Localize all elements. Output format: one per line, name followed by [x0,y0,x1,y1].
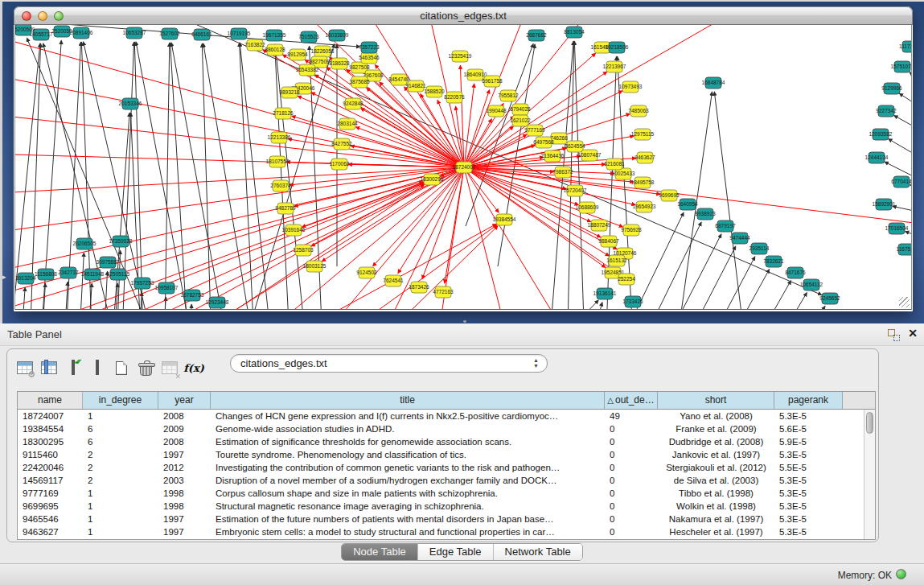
table-column-icon[interactable] [38,357,60,378]
network-node[interactable]: 7624541 [383,275,404,286]
network-node[interactable]: 6961758 [482,76,503,87]
vertical-scrollbar[interactable] [864,410,875,539]
network-node[interactable]: 9884067 [598,236,619,247]
network-node[interactable]: 8912954 [287,49,308,60]
network-node[interactable]: 15892901 [873,199,896,210]
network-node[interactable]: 18107554 [266,156,290,167]
network-node[interactable]: 9777169 [524,125,545,136]
network-node[interactable]: 10807487 [578,150,602,161]
select-all-icon[interactable] [62,357,84,378]
network-node[interactable]: 12505115 [107,269,130,280]
table-row[interactable]: 946362711997Embryonic stem cells: a mode… [18,525,875,538]
network-node[interactable]: 2935114 [749,243,770,254]
network-node[interactable]: 9756928 [621,225,642,236]
network-node[interactable]: 10653287 [123,27,146,39]
network-canvas[interactable]: 1872400718300295193845547163822886012889… [14,25,912,310]
network-node[interactable]: 5463546 [359,52,380,64]
network-node[interactable]: 8938923 [695,208,716,220]
network-node[interactable]: 1170062 [330,159,350,170]
network-node[interactable]: 9129966 [881,83,902,94]
network-node[interactable]: 4772163 [433,286,454,298]
network-node[interactable]: 7832621 [763,256,784,267]
network-node[interactable]: 15751074 [891,61,912,72]
new-document-icon[interactable] [110,357,133,378]
network-node[interactable]: 19218506 [606,42,629,53]
network-node[interactable]: 3875685 [349,76,370,88]
network-node[interactable]: 1258703 [293,245,314,256]
network-node[interactable]: 9245652 [819,293,840,304]
table-settings-icon[interactable]: ⚙ [14,357,36,378]
network-node[interactable]: 12923448 [206,297,229,308]
zoom-button[interactable] [54,11,64,21]
network-node[interactable]: 16033809 [326,30,349,41]
resize-grip-icon[interactable] [899,297,910,307]
network-node[interactable]: 9699695 [659,190,680,201]
column-header-in_degree[interactable]: in_degree [83,392,158,409]
network-node[interactable]: 2520050 [51,26,72,37]
network-node[interactable]: 9463627 [634,152,655,163]
network-node[interactable]: 16848784 [702,77,725,89]
network-node[interactable]: 7986372 [552,167,573,178]
network-node[interactable]: 7357223 [359,42,380,53]
network-node[interactable]: 17016504 [885,223,909,234]
network-node[interactable]: 10719195 [228,28,251,39]
network-node[interactable]: 15720407 [564,185,587,196]
column-header-pagerank[interactable]: pagerank [774,392,843,409]
network-node[interactable]: 7163822 [244,39,265,51]
network-node[interactable]: 1621022 [510,115,531,126]
network-node[interactable]: 11156808 [35,269,57,280]
network-node[interactable]: 252254 [618,274,635,285]
close-panel-icon[interactable]: ✕ [908,327,918,340]
table-row[interactable]: 1872400712008Changes of HCN gene express… [18,410,875,422]
network-node[interactable]: 9474444 [729,233,750,244]
table-selector-dropdown[interactable]: citations_edges.txt ▲▼ [230,354,548,373]
unselect-all-icon[interactable] [86,357,109,378]
network-node[interactable]: 7515523 [298,31,319,43]
tab-node-table[interactable]: Node Table [342,544,418,560]
network-node[interactable]: 6466161 [191,29,212,40]
network-node[interactable]: 12213967 [603,61,626,72]
network-node[interactable]: 9227342 [876,105,897,117]
tab-network-table[interactable]: Network Table [494,544,582,560]
tab-edge-table[interactable]: Edge Table [418,544,494,560]
network-node[interactable]: 8471676 [785,267,806,278]
network-node[interactable]: 2803144 [337,118,358,130]
table-row[interactable]: 969969511998Structural magnetic resonanc… [18,500,875,513]
network-node[interactable]: 1615132 [606,255,627,266]
float-panel-icon[interactable] [888,329,900,341]
network-node[interactable]: 1527602 [159,28,180,39]
close-button[interactable] [22,11,31,21]
network-node[interactable]: 1167533 [897,244,912,255]
network-node[interactable]: 9124502 [356,267,377,278]
network-node[interactable]: 2342737 [58,267,79,278]
network-node[interactable]: 12213386 [268,132,291,143]
network-node[interactable]: 8427552 [331,138,352,150]
table-row[interactable]: 911546021997Tourette syndrome. Phenomeno… [18,448,875,461]
network-node[interactable]: 1990448 [486,105,507,117]
network-node[interactable]: 19136141 [593,288,617,299]
network-node[interactable]: 10654112 [800,279,823,290]
column-header-name[interactable]: name [18,392,83,409]
network-node[interactable]: 10958107 [155,282,179,294]
network-node[interactable]: 9146821 [405,80,426,92]
network-node[interactable]: 10391646 [282,225,306,236]
network-node[interactable]: 12325419 [449,51,472,62]
network-node[interactable]: 7485063 [628,105,649,117]
network-node[interactable]: 9893218 [279,87,300,98]
column-header-year[interactable]: year [158,392,211,409]
scrollbar-thumb[interactable] [866,412,873,434]
memory-status-icon[interactable] [896,569,906,579]
network-node[interactable]: 6497568 [533,137,554,148]
network-window-titlebar[interactable]: citations_edges.txt [14,6,913,25]
network-node[interactable]: 30975887 [97,257,120,268]
network-node[interactable]: 1873426 [409,282,429,293]
network-node[interactable]: 2718126 [273,108,294,119]
network-node[interactable]: 16782753 [181,290,204,301]
network-node[interactable]: 19671355 [263,30,286,41]
network-node[interactable]: 7955812 [498,90,519,101]
column-header-title[interactable]: title [211,392,605,409]
network-node[interactable]: 2687682 [526,30,547,41]
table-row[interactable]: 1456911722003Disruption of a novel membe… [18,474,875,487]
network-node[interactable]: 9242848 [343,98,363,109]
network-node[interactable]: 14511948 [81,269,105,280]
